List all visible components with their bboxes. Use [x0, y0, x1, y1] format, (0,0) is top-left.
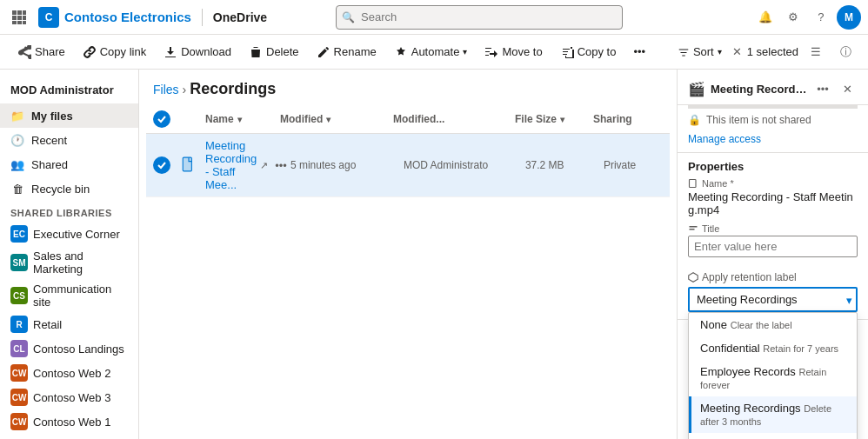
row-check[interactable]: [153, 156, 181, 174]
dropdown-item-employee-records[interactable]: Employee Records Retain forever: [689, 360, 857, 396]
help-button[interactable]: ?: [809, 5, 833, 30]
svg-rect-9: [183, 157, 191, 171]
panel-actions: ••• ✕: [812, 78, 858, 99]
logo-icon: C: [38, 7, 59, 28]
row-check-icon[interactable]: [153, 156, 170, 174]
file-name-cell[interactable]: Meeting Recording - Staff Mee... ↗ •••: [205, 139, 290, 191]
download-button[interactable]: Download: [157, 42, 238, 63]
user-avatar[interactable]: M: [837, 5, 861, 30]
table-row[interactable]: Meeting Recording - Staff Mee... ↗ ••• 5…: [146, 134, 670, 197]
header-file-size[interactable]: File Size ▾: [515, 113, 593, 125]
retention-dropdown-value[interactable]: Meeting Recordings: [688, 287, 858, 312]
rename-button[interactable]: Rename: [310, 42, 384, 63]
more-button[interactable]: •••: [626, 42, 652, 62]
contoso-web2-avatar: CW: [10, 364, 28, 382]
settings-button[interactable]: ⚙: [781, 5, 805, 30]
dropdown-item-meeting-recordings[interactable]: Meeting Recordings Delete after 3 months: [689, 396, 857, 433]
retail-avatar: R: [10, 316, 28, 333]
sidebar-item-contoso-landings[interactable]: CL Contoso Landings: [0, 336, 138, 361]
sidebar-item-contoso-web3[interactable]: CW Contoso Web 3: [0, 385, 138, 409]
sidebar-item-shared[interactable]: 👥 Shared: [0, 152, 138, 176]
svg-rect-5: [23, 16, 26, 20]
svg-rect-7: [17, 21, 22, 24]
panel-more-button[interactable]: •••: [812, 78, 833, 99]
sidebar-item-communication-site[interactable]: CS Communication site: [0, 279, 138, 312]
share-icon: ↗: [260, 160, 268, 171]
contoso-landings-avatar: CL: [10, 340, 28, 357]
close-filter-icon[interactable]: ✕: [732, 45, 742, 58]
retention-dropdown[interactable]: Meeting Recordings ▾ None Clear the labe…: [688, 287, 858, 312]
recycle-bin-icon: 🗑: [10, 182, 24, 196]
breadcrumb-current: Recordings: [190, 80, 276, 98]
copy-link-button[interactable]: Copy link: [76, 42, 153, 63]
sidebar-item-executive-corner[interactable]: EC Executive Corner: [0, 222, 138, 246]
sidebar-item-my-files[interactable]: 📁 My files: [0, 103, 138, 128]
more-libraries-link[interactable]: More libraries: [0, 434, 138, 439]
dropdown-item-confidential[interactable]: Confidential Retain for 7 years: [689, 336, 857, 360]
header-check[interactable]: [153, 110, 181, 128]
main-layout: MOD Administrator 📁 My files 🕐 Recent 👥 …: [0, 70, 868, 439]
breadcrumb-parent[interactable]: Files: [153, 83, 179, 96]
sidebar-item-contoso-web1[interactable]: CW Contoso Web 1: [0, 409, 138, 434]
panel-close-button[interactable]: ✕: [837, 78, 858, 99]
breadcrumb-separator: ›: [183, 83, 187, 96]
move-to-button[interactable]: Move to: [477, 42, 549, 63]
header-check-icon[interactable]: [153, 110, 170, 128]
selected-count: 1 selected: [747, 45, 798, 58]
sidebar-user: MOD Administrator: [0, 76, 138, 103]
header-modified-by: Modified...: [393, 113, 515, 125]
retention-dropdown-menu: None Clear the label Confidential Retain…: [688, 312, 858, 439]
sort-button[interactable]: Sort ▾: [672, 42, 727, 62]
header-name[interactable]: Name ▾: [205, 113, 280, 125]
sharing-cell: Private: [604, 159, 673, 171]
properties-section: Properties Name * Meeting Recording - St…: [678, 152, 868, 268]
search-container: 🔍: [336, 5, 623, 30]
command-bar: Share Copy link Download Delete Rename A…: [0, 35, 868, 70]
modified-sort-icon: ▾: [326, 115, 331, 124]
contoso-web3-avatar: CW: [10, 389, 28, 406]
delete-button[interactable]: Delete: [242, 42, 306, 63]
sharing-note: 🔒 This item is not shared: [678, 109, 868, 131]
sidebar-item-recent[interactable]: 🕐 Recent: [0, 128, 138, 152]
view-toggle-button[interactable]: ☰: [804, 40, 828, 64]
svg-rect-0: [12, 10, 17, 15]
share-button[interactable]: Share: [10, 42, 72, 63]
manage-access-link[interactable]: Manage access: [678, 131, 868, 152]
title-label: Title: [688, 223, 858, 234]
sidebar-item-recycle-bin[interactable]: 🗑 Recycle bin: [0, 176, 138, 201]
content-area: Files › Recordings Name ▾ Modified ▾: [139, 70, 677, 439]
sidebar-item-retail[interactable]: R Retail: [0, 312, 138, 336]
svg-rect-8: [23, 21, 26, 24]
lock-icon: 🔒: [688, 114, 701, 126]
sidebar-item-contoso-web2[interactable]: CW Contoso Web 2: [0, 361, 138, 385]
more-options-icon[interactable]: •••: [271, 159, 290, 172]
info-button[interactable]: ⓘ: [833, 40, 858, 64]
title-input[interactable]: [688, 236, 858, 257]
right-panel: 🎬 Meeting Recording - Staf... ••• ✕ 🔒 Th…: [677, 70, 868, 439]
copy-to-button[interactable]: Copy to: [553, 42, 624, 63]
sidebar-item-sales-marketing[interactable]: SM Sales and Marketing: [0, 246, 138, 279]
executive-corner-avatar: EC: [10, 225, 28, 243]
panel-title: Meeting Recording - Staf...: [711, 83, 807, 96]
automate-button[interactable]: Automate ▾: [387, 42, 475, 63]
header-modified[interactable]: Modified ▾: [280, 113, 393, 125]
svg-rect-4: [17, 16, 22, 20]
dropdown-item-none[interactable]: None Clear the label: [689, 313, 857, 336]
sales-marketing-avatar: SM: [10, 254, 28, 271]
svg-rect-2: [23, 10, 26, 15]
modified-by-cell: MOD Administrato: [404, 159, 525, 171]
panel-file-icon: 🎬: [688, 81, 705, 97]
dropdown-item-personal-financial[interactable]: Personal Financial PII Retain for 3 year…: [689, 433, 857, 439]
contoso-web1-avatar: CW: [10, 413, 28, 430]
communication-site-avatar: CS: [10, 287, 28, 304]
modified-cell: 5 minutes ago: [290, 159, 404, 171]
apps-launcher-button[interactable]: [7, 5, 31, 30]
svg-rect-13: [690, 229, 695, 230]
retention-label-header: Apply retention label: [688, 271, 858, 283]
name-label: Name *: [688, 178, 858, 189]
search-input[interactable]: [336, 5, 623, 30]
name-sort-icon: ▾: [237, 115, 242, 124]
notifications-button[interactable]: 🔔: [753, 5, 778, 30]
file-name-value: Meeting Recording - Staff Meeting.mp4: [688, 190, 858, 216]
automate-chevron-icon: ▾: [463, 47, 467, 57]
